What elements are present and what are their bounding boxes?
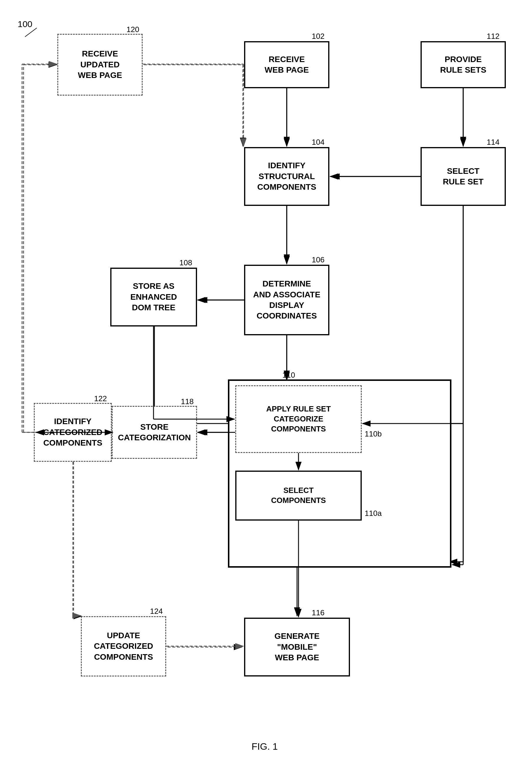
figure-label: FIG. 1: [235, 741, 294, 752]
diagram-container: 100 RECEIVEUPDATEDWEB PAGE 120 RECEIVEWE…: [0, 0, 532, 770]
ref-120: 120: [126, 25, 139, 34]
ref-110: 110: [282, 371, 295, 380]
ref-106: 106: [312, 255, 324, 264]
box-select-rule-set-label: SELECTRULE SET: [443, 166, 483, 187]
box-select-rule-set: SELECTRULE SET: [421, 147, 506, 206]
ref-110b: 110b: [365, 429, 382, 439]
box-identify-structural-components: IDENTIFYSTRUCTURALCOMPONENTS: [244, 147, 329, 206]
box-receive-updated-web-page: RECEIVEUPDATEDWEB PAGE: [57, 34, 143, 96]
box-store-enhanced-dom-tree-label: STORE ASENHANCEDDOM TREE: [130, 281, 177, 313]
box-provide-rule-sets-label: PROVIDERULE SETS: [440, 54, 486, 76]
box-receive-web-page: RECEIVEWEB PAGE: [244, 41, 329, 88]
box-store-enhanced-dom-tree: STORE ASENHANCEDDOM TREE: [110, 268, 197, 326]
box-update-categorized-components: UPDATECATEGORIZEDCOMPONENTS: [81, 616, 166, 676]
box-apply-rule-set-categorize-label: APPLY RULE SETCATEGORIZECOMPONENTS: [266, 404, 331, 434]
ref-102: 102: [312, 32, 324, 41]
box-receive-web-page-label: RECEIVEWEB PAGE: [265, 54, 309, 76]
ref-108: 108: [179, 258, 192, 267]
box-identify-structural-components-label: IDENTIFYSTRUCTURALCOMPONENTS: [257, 160, 316, 192]
label-100-arrow: [22, 26, 40, 38]
box-provide-rule-sets: PROVIDERULE SETS: [421, 41, 506, 88]
ref-114: 114: [487, 138, 499, 147]
box-store-categorization: STORECATEGORIZATION: [112, 406, 197, 459]
box-apply-rule-set-categorize: APPLY RULE SETCATEGORIZECOMPONENTS: [235, 385, 362, 453]
ref-116: 116: [312, 608, 324, 617]
box-store-categorization-label: STORECATEGORIZATION: [118, 422, 191, 443]
box-update-categorized-components-label: UPDATECATEGORIZEDCOMPONENTS: [94, 630, 153, 662]
box-generate-mobile-web-page-label: GENERATE"MOBILE"WEB PAGE: [274, 631, 320, 663]
ref-104: 104: [312, 138, 324, 147]
box-select-components-label: SELECTCOMPONENTS: [271, 486, 326, 506]
ref-124: 124: [150, 607, 163, 616]
box-generate-mobile-web-page: GENERATE"MOBILE"WEB PAGE: [244, 618, 350, 676]
arrow-118-to-122: [34, 429, 113, 435]
ref-122: 122: [94, 394, 107, 403]
ref-112: 112: [487, 32, 499, 41]
ref-118: 118: [181, 397, 194, 406]
box-receive-updated-web-page-label: RECEIVEUPDATEDWEB PAGE: [78, 49, 122, 81]
ref-110a: 110a: [365, 509, 382, 518]
box-determine-associate-display-coordinates-label: DETERMINEAND ASSOCIATEDISPLAYCOORDINATES: [253, 279, 321, 321]
box-determine-associate-display-coordinates: DETERMINEAND ASSOCIATEDISPLAYCOORDINATES: [244, 265, 329, 335]
svg-line-27: [25, 28, 37, 37]
box-select-components: SELECTCOMPONENTS: [235, 471, 362, 521]
